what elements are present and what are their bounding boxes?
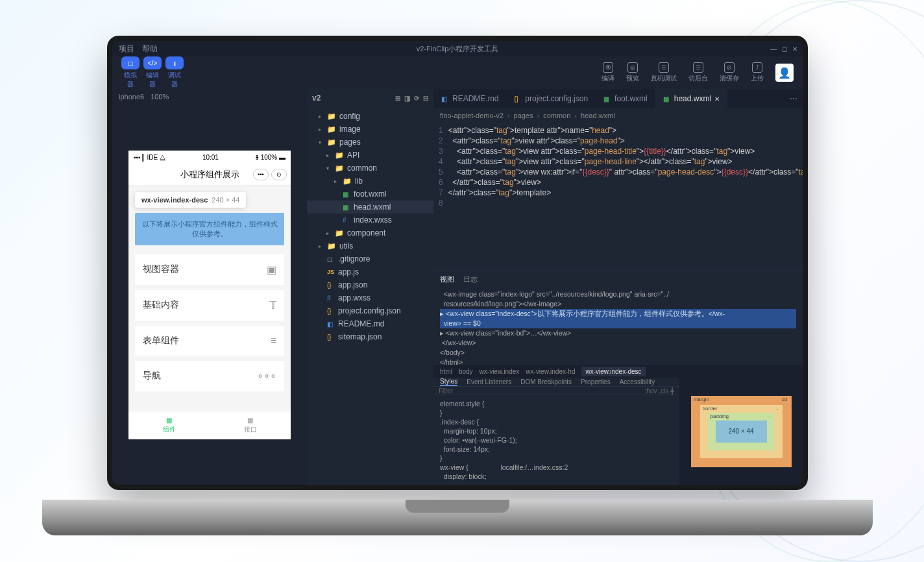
- styles-tab[interactable]: Accessibility: [620, 378, 655, 385]
- menubar: 项目 帮助 v2-FinClip小程序开发工具 — ◻ ✕: [112, 41, 803, 56]
- laptop-frame: 项目 帮助 v2-FinClip小程序开发工具 — ◻ ✕ ◻ </> ⫿: [107, 36, 808, 529]
- phone-preview[interactable]: ▪▪▪║ IDE ⧋ 10:01 ⧱ 100% ▬ 小程序组件展示 ••• ⊙: [128, 151, 291, 439]
- status-right: ⧱ 100% ▬: [256, 154, 286, 161]
- breadcrumb-seg[interactable]: common: [543, 112, 570, 119]
- card-item[interactable]: 表单组件≡: [135, 326, 284, 356]
- devtools: 视图 日志 <wx-image class="index-logo" src="…: [433, 271, 803, 485]
- tree-item[interactable]: ▸📁utils: [307, 239, 433, 252]
- tree-item[interactable]: ▾📁common: [307, 162, 433, 175]
- editor-tab[interactable]: ▦foot.wxml: [596, 89, 655, 108]
- editor-toggle[interactable]: </>: [143, 56, 162, 69]
- tree-item[interactable]: ◧README.md: [307, 317, 433, 330]
- tree-item[interactable]: #app.wxss: [307, 291, 433, 304]
- collapse-icon[interactable]: ⊟: [423, 95, 428, 102]
- breadcrumb-seg[interactable]: fino-applet-demo-v2: [440, 112, 504, 119]
- crumb-seg[interactable]: wx-view.index: [480, 368, 520, 375]
- tree-item[interactable]: ◻.gitignore: [307, 252, 433, 265]
- avatar[interactable]: 👤: [775, 64, 794, 82]
- simulator-pane: iphone6 100% ▪▪▪║ IDE ⧋ 10:01 ⧱ 100% ▬ 小…: [112, 89, 307, 485]
- new-file-icon[interactable]: ⊞: [395, 95, 400, 102]
- styles-filter-actions[interactable]: :hov .cls ╋: [645, 387, 674, 395]
- crumb-seg[interactable]: wx-view.index-desc: [581, 367, 645, 376]
- card-item[interactable]: 基础内容𝕋: [135, 290, 284, 321]
- styles-filter[interactable]: Filter: [439, 387, 453, 395]
- toolbar: ◻ </> ⫿ 模拟器 编辑器 调试器 ⦿编译◎预览☰真机调试☰切后台⊘清缓存⤴…: [112, 56, 803, 89]
- breadcrumb: fino-applet-demo-v2›pages›common›head.wx…: [433, 108, 803, 123]
- phone-tab-组件[interactable]: ▦组件: [128, 411, 210, 439]
- dt-tab-log[interactable]: 日志: [463, 275, 478, 284]
- tab-overflow-icon[interactable]: ⋯: [784, 94, 803, 103]
- device-name[interactable]: iphone6: [119, 93, 144, 101]
- card-item[interactable]: 视图容器▣: [135, 254, 284, 285]
- tool-切后台[interactable]: ☰切后台: [688, 62, 708, 83]
- tree-item[interactable]: ▦foot.wxml: [307, 188, 433, 201]
- close-icon[interactable]: ✕: [792, 45, 797, 53]
- styles-tab[interactable]: Event Listeners: [467, 378, 511, 385]
- tool-预览[interactable]: ◎预览: [626, 62, 639, 83]
- capsule-close-icon[interactable]: ⊙: [271, 169, 287, 180]
- editor-tab[interactable]: ▦head.wxml✕: [655, 89, 727, 108]
- project-root[interactable]: v2: [312, 93, 321, 103]
- editor-label: 编辑器: [143, 71, 162, 89]
- tool-上传[interactable]: ⤴上传: [751, 62, 764, 83]
- styles-tab[interactable]: Properties: [581, 378, 611, 385]
- crumb-seg[interactable]: html: [440, 368, 452, 375]
- tree-item[interactable]: JSapp.js: [307, 265, 433, 278]
- capsule-menu-icon[interactable]: •••: [253, 169, 269, 180]
- ide-screen: 项目 帮助 v2-FinClip小程序开发工具 — ◻ ✕ ◻ </> ⫿: [112, 41, 803, 485]
- editor-tabs: ◧README.md{}project.config.json▦foot.wxm…: [433, 89, 803, 108]
- debugger-toggle[interactable]: ⫿: [165, 56, 184, 69]
- tree-item[interactable]: ▸📁component: [307, 226, 433, 239]
- code-editor[interactable]: 12345678 <attr">class="tag">template att…: [433, 123, 803, 271]
- simulator-label: 模拟器: [121, 71, 140, 89]
- elements-breadcrumb[interactable]: htmlbodywx-view.indexwx-view.index-hdwx-…: [433, 365, 803, 378]
- breadcrumb-seg[interactable]: head.wxml: [581, 112, 615, 119]
- editor-tab[interactable]: ◧README.md: [433, 89, 506, 108]
- box-model[interactable]: margin10 border- padding- 240 × 44: [679, 378, 803, 485]
- inspect-tooltip: wx-view.index-desc240 × 44: [135, 192, 246, 208]
- crumb-seg[interactable]: wx-view.index-hd: [526, 368, 575, 375]
- app-title: 小程序组件展示: [180, 169, 239, 180]
- highlighted-element[interactable]: 以下将展示小程序官方组件能力，组件样式仅供参考。: [135, 213, 284, 245]
- device-zoom[interactable]: 100%: [151, 93, 169, 101]
- menu-project[interactable]: 项目: [119, 43, 134, 55]
- phone-tab-接口[interactable]: ▦接口: [210, 411, 291, 439]
- maximize-icon[interactable]: ◻: [782, 45, 787, 53]
- menu-help[interactable]: 帮助: [142, 43, 158, 55]
- tool-编译[interactable]: ⦿编译: [602, 62, 614, 83]
- tree-item[interactable]: ▸📁config: [307, 110, 433, 123]
- styles-tab[interactable]: Styles: [440, 378, 457, 386]
- refresh-icon[interactable]: ⟳: [414, 95, 419, 102]
- tree-item[interactable]: #index.wxss: [307, 214, 433, 226]
- tree-item[interactable]: ▸📁API: [307, 149, 433, 162]
- status-time: 10:01: [202, 154, 219, 161]
- breadcrumb-seg[interactable]: pages: [514, 112, 533, 119]
- window-title: v2-FinClip小程序开发工具: [417, 44, 499, 54]
- file-explorer: v2 ⊞ ◨ ⟳ ⊟ ▸📁config▸📁image▾📁pages▸📁API▾📁…: [307, 89, 433, 485]
- elements-panel[interactable]: <wx-image class="index-logo" src="../res…: [433, 287, 803, 365]
- tree-item[interactable]: ▸📁lib: [307, 175, 433, 188]
- debugger-label: 调试器: [165, 71, 184, 89]
- tool-真机调试[interactable]: ☰真机调试: [651, 62, 677, 83]
- dt-tab-view[interactable]: 视图: [440, 275, 454, 284]
- new-folder-icon[interactable]: ◨: [404, 95, 410, 102]
- tree-item[interactable]: ▸📁image: [307, 123, 433, 136]
- status-left: ▪▪▪║ IDE ⧋: [134, 154, 165, 162]
- crumb-seg[interactable]: body: [459, 368, 473, 375]
- tree-item[interactable]: {}app.json: [307, 278, 433, 291]
- tree-item[interactable]: {}sitemap.json: [307, 330, 433, 343]
- styles-tab[interactable]: DOM Breakpoints: [520, 378, 572, 385]
- tool-清缓存[interactable]: ⊘清缓存: [720, 62, 739, 83]
- tree-item[interactable]: ▦head.wxml: [307, 201, 433, 214]
- card-item[interactable]: 导航∘∘∘: [135, 361, 284, 391]
- styles-rules[interactable]: element.style {}.index-desc { </div> mar…: [433, 395, 679, 485]
- minimize-icon[interactable]: —: [770, 45, 777, 53]
- simulator-toggle[interactable]: ◻: [121, 56, 140, 69]
- tree-item[interactable]: ▾📁pages: [307, 136, 433, 149]
- editor-tab[interactable]: {}project.config.json: [506, 89, 596, 108]
- tree-item[interactable]: {}project.config.json: [307, 304, 433, 317]
